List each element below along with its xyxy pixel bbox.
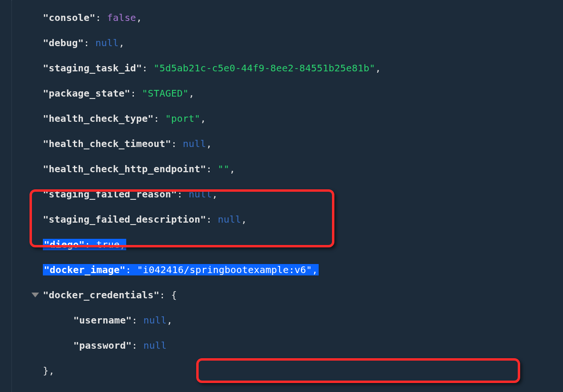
json-line[interactable]: "staging_failed_description": null,	[10, 206, 563, 232]
json-key: "package_state"	[43, 88, 131, 99]
json-key: "diego"	[44, 239, 85, 250]
json-line[interactable]: "debug": null,	[10, 30, 563, 55]
json-key: "docker_image"	[44, 264, 125, 275]
json-key: "docker_credentials"	[43, 289, 160, 301]
json-key: "staging_failed_reason"	[43, 188, 177, 200]
json-line[interactable]: "console": false,	[10, 5, 563, 30]
json-key: "staging_failed_description"	[43, 214, 206, 225]
json-line-selected[interactable]: "diego": true,	[10, 232, 563, 257]
json-line-expandable[interactable]: "docker_credentials": {	[10, 282, 563, 307]
json-line[interactable]: },	[10, 358, 563, 383]
json-brace: {	[171, 289, 177, 301]
json-value: "port"	[165, 113, 200, 124]
json-key: "staging_task_id"	[43, 62, 142, 74]
json-value: null	[143, 340, 167, 351]
chevron-down-icon[interactable]	[31, 293, 39, 297]
json-value: "5d5ab21c-c5e0-44f9-8ee2-84551b25e81b"	[154, 62, 375, 74]
json-key: "health_check_http_endpoint"	[43, 163, 206, 175]
selection-highlight: "docker_image": "i042416/springbootexamp…	[43, 264, 319, 275]
json-value: null	[218, 214, 241, 225]
json-line[interactable]: "health_check_type": "port",	[10, 106, 563, 131]
json-key: "health_check_timeout"	[43, 138, 171, 149]
json-value: null	[183, 138, 206, 149]
json-line[interactable]: "package_updated_at": "2020-02-12T03:47:…	[10, 383, 563, 392]
json-key: "username"	[73, 314, 131, 326]
json-value: "STAGED"	[142, 88, 189, 99]
json-line[interactable]: "staging_task_id": "5d5ab21c-c5e0-44f9-8…	[10, 55, 563, 80]
json-key: "health_check_type"	[43, 113, 154, 124]
json-line[interactable]: "package_state": "STAGED",	[10, 80, 563, 106]
json-key: "console"	[43, 12, 95, 23]
json-key: "debug"	[43, 37, 84, 49]
json-value: "2020-02-12T03:47:07Z"	[171, 390, 299, 392]
json-key: "package_updated_at"	[43, 390, 160, 392]
json-value: null	[95, 37, 119, 49]
json-line[interactable]: "username": null,	[10, 307, 563, 333]
json-value: false	[107, 12, 136, 23]
json-line[interactable]: "health_check_http_endpoint": "",	[10, 156, 563, 181]
json-key: "password"	[73, 340, 131, 351]
json-viewer[interactable]: "console": false, "debug": null, "stagin…	[10, 5, 563, 392]
json-value: null	[189, 188, 212, 200]
json-close-brace: },	[43, 365, 54, 376]
json-value: ""	[218, 163, 229, 175]
json-line[interactable]: "health_check_timeout": null,	[10, 131, 563, 156]
json-line[interactable]: "staging_failed_reason": null,	[10, 181, 563, 206]
json-value: true	[96, 239, 120, 250]
json-value: null	[143, 314, 167, 326]
json-line-selected[interactable]: "docker_image": "i042416/springbootexamp…	[10, 257, 563, 282]
selection-highlight: "diego": true,	[43, 239, 126, 250]
json-line[interactable]: "password": null	[10, 333, 563, 358]
json-value: "i042416/springbootexample:v6"	[137, 264, 312, 275]
